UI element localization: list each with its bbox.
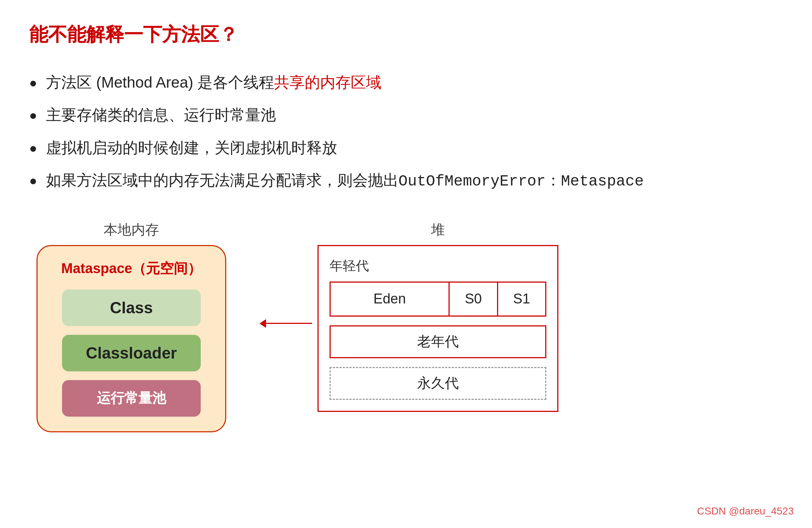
bullet-item-1: 方法区 (Method Area) 是各个线程共享的内存区域 [29, 69, 783, 95]
classloader-box: Classloader [62, 335, 201, 371]
bullet-text-4: 如果方法区域中的内存无法满足分配请求，则会抛出OutOfMemoryError：… [46, 167, 644, 195]
diagram-area: 本地内存 Mataspace（元空间） Class Classloader 运行… [29, 221, 783, 432]
watermark: CSDN @dareu_4523 [697, 505, 794, 517]
bullet-item-4: 如果方法区域中的内存无法满足分配请求，则会抛出OutOfMemoryError：… [29, 167, 783, 195]
runtime-pool-box: 运行常量池 [62, 380, 201, 417]
bullet-text-2: 主要存储类的信息、运行时常量池 [46, 102, 276, 128]
eden-s0-s1-box: Eden S0 S1 [330, 282, 546, 317]
bullet-text-3: 虚拟机启动的时候创建，关闭虚拟机时释放 [46, 135, 337, 161]
perm-gen-box: 永久代 [330, 367, 546, 400]
local-mem-section: 本地内存 Mataspace（元空间） Class Classloader 运行… [29, 221, 234, 432]
young-gen-label: 年轻代 [330, 257, 546, 275]
heap-section: 堆 年轻代 Eden S0 S1 老年代 永久代 [314, 221, 562, 412]
arrow-area [263, 323, 314, 324]
s0-cell: S0 [450, 283, 498, 315]
metaspace-title: Mataspace（元空间） [61, 259, 201, 278]
bullet-text-1: 方法区 (Method Area) 是各个线程共享的内存区域 [46, 69, 381, 95]
old-gen-box: 老年代 [330, 325, 546, 358]
class-box: Class [62, 290, 201, 326]
metaspace-box: Mataspace（元空间） Class Classloader 运行常量池 [36, 245, 226, 432]
bullet-item-3: 虚拟机启动的时候创建，关闭虚拟机时释放 [29, 135, 783, 161]
eden-cell: Eden [331, 283, 450, 315]
s1-cell: S1 [498, 283, 545, 315]
heap-label: 堆 [431, 221, 445, 239]
arrow-line [265, 323, 312, 324]
heap-outer-box: 年轻代 Eden S0 S1 老年代 永久代 [318, 245, 558, 412]
page-title: 能不能解释一下方法区？ [29, 22, 783, 47]
shared-memory-text: 共享的内存区域 [274, 74, 381, 91]
bullet-item-2: 主要存储类的信息、运行时常量池 [29, 102, 783, 128]
bullet-list: 方法区 (Method Area) 是各个线程共享的内存区域 主要存储类的信息、… [29, 69, 783, 195]
local-mem-label: 本地内存 [104, 221, 159, 239]
